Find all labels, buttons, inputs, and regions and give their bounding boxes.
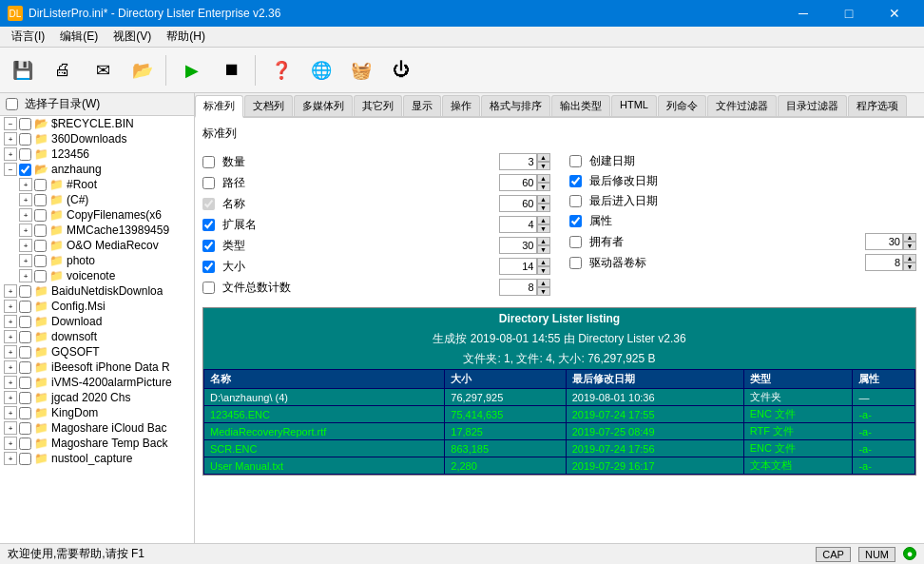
num-input-kuozhanming[interactable] xyxy=(499,216,537,233)
spin-up-leixing[interactable]: ▲ xyxy=(537,237,550,245)
spin-down-mingcheng[interactable]: ▼ xyxy=(537,204,550,212)
spin-up-yongyouzhe[interactable]: ▲ xyxy=(903,233,916,242)
spin-up-wenjianzongshu[interactable]: ▲ xyxy=(537,279,550,287)
expand-icon[interactable]: − xyxy=(4,117,17,130)
tree-item-configmsi[interactable]: +📁Config.Msi xyxy=(0,299,194,314)
tree-checkbox-magoshare-temp[interactable] xyxy=(19,438,31,450)
spin-up-mingcheng[interactable]: ▲ xyxy=(537,195,550,204)
menu-edit[interactable]: 编辑(E) xyxy=(52,27,106,47)
expand-icon[interactable]: + xyxy=(19,208,32,222)
expand-icon[interactable]: + xyxy=(4,284,17,298)
col-checkbox-shuxing[interactable] xyxy=(569,215,582,227)
col-checkbox-mingcheng[interactable] xyxy=(202,198,215,210)
expand-icon[interactable]: + xyxy=(4,391,17,404)
spin-down-kuozhanming[interactable]: ▼ xyxy=(537,224,550,233)
tree-checkbox-download[interactable] xyxy=(19,316,31,328)
close-button[interactable]: ✕ xyxy=(873,0,916,27)
tree-checkbox-magoshare-icloud[interactable] xyxy=(19,422,31,435)
tree-item-download[interactable]: +📁Download xyxy=(0,314,194,329)
expand-icon[interactable]: + xyxy=(4,360,17,374)
tab-muluglvbo[interactable]: 目录过滤器 xyxy=(778,95,847,116)
tree-checkbox-123456[interactable] xyxy=(19,148,31,161)
num-input-daxiao[interactable] xyxy=(499,258,537,275)
tree-item-kingdom[interactable]: +📁KingDom xyxy=(0,405,194,420)
num-input-lujing[interactable] xyxy=(499,174,537,191)
col-checkbox-leixing[interactable] xyxy=(202,240,215,252)
col-checkbox-lujing[interactable] xyxy=(202,177,215,189)
expand-icon[interactable]: + xyxy=(4,345,17,359)
tab-geshipaipai[interactable]: 格式与排序 xyxy=(481,95,550,116)
tree-checkbox-360downloads[interactable] xyxy=(19,133,31,146)
expand-icon[interactable]: + xyxy=(4,421,17,435)
toolbar-power[interactable]: ⏻ xyxy=(382,51,420,89)
tree-checkbox-nustool[interactable] xyxy=(19,453,31,465)
tree-item-voicenote[interactable]: +📁voicenote xyxy=(0,268,194,283)
tree-checkbox-configmsi[interactable] xyxy=(19,301,31,313)
tree-item-mmcache[interactable]: +📁MMCache13989459 xyxy=(0,223,194,238)
expand-icon[interactable]: + xyxy=(4,437,17,450)
toolbar-email[interactable]: ✉ xyxy=(84,51,122,89)
num-input-leixing[interactable] xyxy=(499,237,537,254)
tree-checkbox-jgcad[interactable] xyxy=(19,392,31,404)
expand-icon[interactable]: + xyxy=(4,406,17,419)
spin-down-wenjianzongshu[interactable]: ▼ xyxy=(537,287,550,296)
expand-icon[interactable]: + xyxy=(4,132,17,146)
maximize-button[interactable]: □ xyxy=(827,0,871,27)
tree-checkbox-voicenote[interactable] xyxy=(34,270,47,282)
num-input-qudongqijuanb[interactable] xyxy=(865,254,903,271)
col-checkbox-yongyouzhe[interactable] xyxy=(569,236,582,248)
tab-wendangjie[interactable]: 文档列 xyxy=(244,95,293,116)
tree-item-copyfilenames[interactable]: +📁CopyFilenames(x6 xyxy=(0,207,194,223)
tree-checkbox-anzhaung[interactable] xyxy=(19,164,31,176)
expand-icon[interactable]: + xyxy=(19,254,32,267)
minimize-button[interactable]: ─ xyxy=(781,0,825,27)
spin-up-shuliang[interactable]: ▲ xyxy=(537,153,550,162)
toolbar-basket[interactable]: 🧺 xyxy=(342,51,380,89)
col-checkbox-kuozhanming[interactable] xyxy=(202,219,215,231)
tab-qitajie[interactable]: 其它列 xyxy=(354,95,402,116)
tree-item-recycle[interactable]: −📂$RECYCLE.BIN xyxy=(0,116,194,131)
menu-language[interactable]: 语言(I) xyxy=(4,27,52,47)
tab-chengxuxuanz[interactable]: 程序选项 xyxy=(848,95,907,116)
tree-item-ivms[interactable]: +📁iVMS-4200alarmPicture xyxy=(0,375,194,390)
spin-down-leixing[interactable]: ▼ xyxy=(537,245,550,254)
toolbar-open[interactable]: 📂 xyxy=(124,51,162,89)
tree-item-gqsoft[interactable]: +📁GQSOFT xyxy=(0,344,194,360)
tree-checkbox-ibeesoft[interactable] xyxy=(19,361,31,374)
toolbar-print[interactable]: 🖨 xyxy=(44,51,82,89)
tab-xianshi[interactable]: 显示 xyxy=(403,95,441,116)
spin-up-kuozhanming[interactable]: ▲ xyxy=(537,216,550,224)
tree-item-360downloads[interactable]: +📁360Downloads xyxy=(0,131,194,146)
expand-icon[interactable]: − xyxy=(4,163,17,176)
num-input-shuliang[interactable] xyxy=(499,153,537,170)
spin-down-lujing[interactable]: ▼ xyxy=(537,183,550,191)
tree-checkbox-ivms[interactable] xyxy=(19,377,31,389)
tab-shuchuleixing[interactable]: 输出类型 xyxy=(551,95,610,116)
tree-item-baidunetdisk[interactable]: +📁BaiduNetdiskDownloa xyxy=(0,283,194,299)
num-input-wenjianzongshu[interactable] xyxy=(499,279,537,296)
tree-checkbox-csharp[interactable] xyxy=(34,194,47,206)
tree-checkbox-root[interactable] xyxy=(34,179,47,191)
expand-icon[interactable]: + xyxy=(4,330,17,343)
tree-item-csharp[interactable]: +📁(C#) xyxy=(0,192,194,207)
expand-icon[interactable]: + xyxy=(4,147,17,161)
expand-icon[interactable]: + xyxy=(19,193,32,206)
tree-checkbox-gqsoft[interactable] xyxy=(19,346,31,359)
tab-duomeitijie[interactable]: 多媒体列 xyxy=(294,95,353,116)
expand-icon[interactable]: + xyxy=(4,452,17,465)
tree-item-jgcad[interactable]: +📁jgcad 2020 Chs xyxy=(0,390,194,405)
toolbar-save[interactable]: 💾 xyxy=(4,51,42,89)
tree-checkbox-copyfilenames[interactable] xyxy=(34,209,47,222)
tree-item-photo[interactable]: +📁photo xyxy=(0,253,194,268)
col-checkbox-wenjianzongshu[interactable] xyxy=(202,282,215,294)
toolbar-help[interactable]: ❓ xyxy=(262,51,300,89)
tree-checkbox-mmcache[interactable] xyxy=(34,224,47,237)
tree-checkbox-photo[interactable] xyxy=(34,255,47,267)
tree-checkbox-kingdom[interactable] xyxy=(19,407,31,419)
tree-item-123456[interactable]: +📁123456 xyxy=(0,146,194,162)
tree-item-anzhaung[interactable]: −📂anzhaung xyxy=(0,162,194,177)
toolbar-web[interactable]: 🌐 xyxy=(302,51,340,89)
tab-lieming[interactable]: 列命令 xyxy=(658,95,706,116)
spin-down-qudongqijuanb[interactable]: ▼ xyxy=(903,263,916,271)
tab-caozuo[interactable]: 操作 xyxy=(442,95,480,116)
